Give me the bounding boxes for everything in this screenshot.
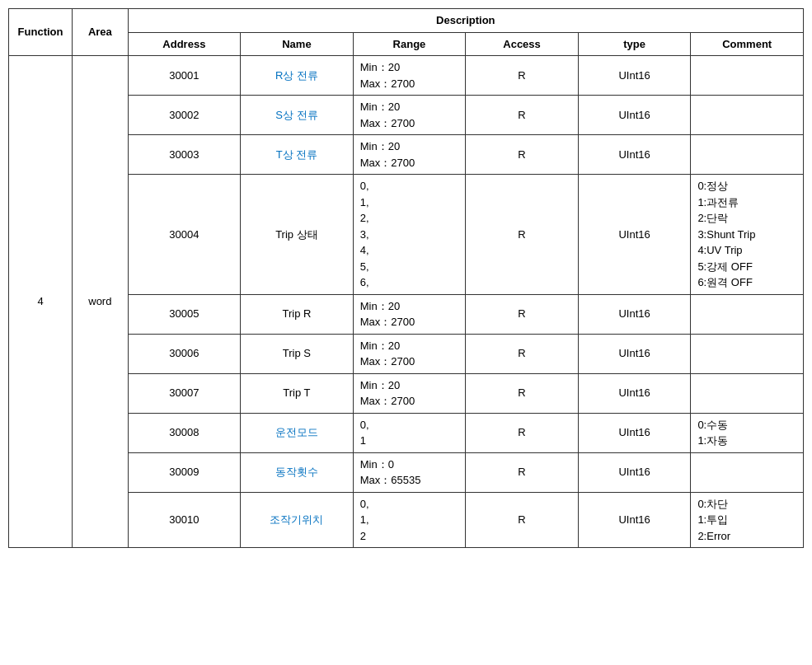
access-cell: R <box>466 96 579 135</box>
area-value: word <box>73 56 128 548</box>
area-header: Area <box>73 9 128 56</box>
range-cell: 0, 1, 2, 3, 4, 5, 6, <box>353 175 466 295</box>
type-cell: UInt16 <box>578 334 691 373</box>
access-cell: R <box>466 492 579 548</box>
address-cell: 30002 <box>128 96 241 135</box>
access-cell: R <box>466 452 579 492</box>
comment-cell <box>691 294 804 334</box>
range-cell: 0, 1, 2 <box>353 492 466 548</box>
name-cell: 운전모드 <box>241 413 354 452</box>
function-value: 4 <box>9 56 73 548</box>
type-cell: UInt16 <box>578 56 691 96</box>
name-cell: R상 전류 <box>241 56 354 96</box>
type-header: type <box>578 32 691 56</box>
address-cell: 30008 <box>128 413 241 452</box>
name-cell: Trip S <box>241 334 354 373</box>
comment-cell <box>691 96 804 135</box>
address-header: Address <box>128 32 241 56</box>
range-header: Range <box>353 32 466 56</box>
range-cell: Min：20 Max：2700 <box>353 294 466 334</box>
address-cell: 30001 <box>128 56 241 96</box>
access-cell: R <box>466 56 579 96</box>
address-cell: 30006 <box>128 334 241 373</box>
comment-cell <box>691 135 804 175</box>
type-cell: UInt16 <box>578 413 691 452</box>
range-cell: 0, 1 <box>353 413 466 452</box>
access-cell: R <box>466 334 579 373</box>
access-cell: R <box>466 373 579 413</box>
type-cell: UInt16 <box>578 294 691 334</box>
comment-header: Comment <box>691 32 804 56</box>
range-cell: Min：20 Max：2700 <box>353 135 466 175</box>
address-cell: 30007 <box>128 373 241 413</box>
address-cell: 30009 <box>128 452 241 492</box>
comment-cell: 0:수동 1:자동 <box>691 413 804 452</box>
range-cell: Min：20 Max：2700 <box>353 96 466 135</box>
address-cell: 30010 <box>128 492 241 548</box>
comment-cell: 0:정상 1:과전류 2:단락 3:Shunt Trip 4:UV Trip 5… <box>691 175 804 295</box>
address-cell: 30005 <box>128 294 241 334</box>
range-cell: Min：0 Max：65535 <box>353 452 466 492</box>
type-cell: UInt16 <box>578 492 691 548</box>
access-header: Access <box>466 32 579 56</box>
name-cell: Trip T <box>241 373 354 413</box>
name-cell: 조작기위치 <box>241 492 354 548</box>
description-header: Description <box>128 9 803 33</box>
name-cell: Trip R <box>241 294 354 334</box>
name-header: Name <box>241 32 354 56</box>
access-cell: R <box>466 413 579 452</box>
access-cell: R <box>466 175 579 295</box>
type-cell: UInt16 <box>578 96 691 135</box>
comment-cell <box>691 334 804 373</box>
type-cell: UInt16 <box>578 135 691 175</box>
range-cell: Min：20 Max：2700 <box>353 56 466 96</box>
function-header: Function <box>9 9 73 56</box>
access-cell: R <box>466 294 579 334</box>
range-cell: Min：20 Max：2700 <box>353 373 466 413</box>
address-cell: 30004 <box>128 175 241 295</box>
name-cell: T상 전류 <box>241 135 354 175</box>
comment-cell <box>691 452 804 492</box>
type-cell: UInt16 <box>578 452 691 492</box>
comment-cell <box>691 56 804 96</box>
range-cell: Min：20 Max：2700 <box>353 334 466 373</box>
access-cell: R <box>466 135 579 175</box>
comment-cell <box>691 373 804 413</box>
name-cell: 동작횟수 <box>241 452 354 492</box>
name-cell: Trip 상태 <box>241 175 354 295</box>
type-cell: UInt16 <box>578 373 691 413</box>
comment-cell: 0:차단 1:투입 2:Error <box>691 492 804 548</box>
address-cell: 30003 <box>128 135 241 175</box>
type-cell: UInt16 <box>578 175 691 295</box>
name-cell: S상 전류 <box>241 96 354 135</box>
